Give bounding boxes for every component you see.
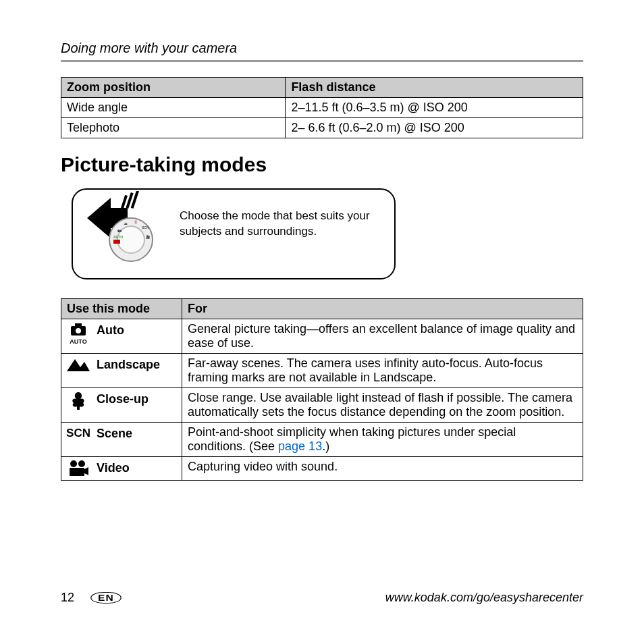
table-row: Wide angle 2–11.5 ft (0.6–3.5 m) @ ISO 2… [61, 98, 583, 118]
svg-point-15 [76, 328, 81, 333]
mode-dial-callout: 📷 ⛰ 🌷 SCN 🎥 AUTO Choose the mode that be… [72, 188, 396, 279]
landscape-icon [65, 356, 91, 373]
desc-text: .) [322, 439, 329, 453]
modes-col-header: Use this mode [61, 299, 182, 319]
svg-rect-18 [77, 404, 80, 410]
page-link[interactable]: page 13 [278, 439, 322, 453]
svg-marker-17 [67, 359, 90, 371]
scn-icon: SCN [65, 425, 91, 440]
modes-table: Use this mode For AUTO Auto General pict… [61, 298, 583, 481]
table-row: Video Capturing video with sound. [61, 457, 583, 481]
svg-text:AUTO: AUTO [113, 235, 123, 239]
svg-point-20 [78, 460, 85, 467]
mode-description: Point-and-shoot simplicity when taking p… [182, 423, 583, 457]
auto-icon: AUTO [65, 322, 91, 345]
svg-rect-11 [113, 240, 120, 244]
divider [61, 60, 583, 62]
cell: Wide angle [61, 98, 286, 118]
mode-label: Auto [97, 322, 178, 338]
flash-col-header: Flash distance [286, 78, 583, 98]
svg-text:🌷: 🌷 [134, 220, 138, 225]
cell: Telephoto [61, 118, 286, 138]
svg-point-19 [70, 460, 77, 467]
svg-rect-14 [75, 323, 82, 327]
mode-label: Video [97, 460, 178, 475]
svg-marker-22 [84, 467, 88, 475]
cell: 2–11.5 ft (0.6–3.5 m) @ ISO 200 [286, 98, 583, 118]
section-header: Doing more with your camera [61, 41, 583, 56]
mode-description: Close range. Use available light instead… [182, 388, 583, 423]
closeup-icon [65, 391, 91, 411]
mode-dial-illustration: 📷 ⛰ 🌷 SCN 🎥 AUTO [84, 191, 165, 269]
table-row: AUTO Auto General picture taking—offers … [61, 319, 583, 354]
svg-point-5 [117, 226, 144, 253]
page-footer: 12 EN www.kodak.com/go/easysharecenter [61, 591, 583, 605]
svg-text:SCN: SCN [142, 225, 149, 230]
table-row: Close-up Close range. Use available ligh… [61, 388, 583, 423]
footer-url: www.kodak.com/go/easysharecenter [119, 591, 583, 605]
desc-text: Point-and-shoot simplicity when taking p… [188, 425, 516, 453]
svg-rect-21 [70, 468, 84, 476]
table-row: SCN Scene Point-and-shoot simplicity whe… [61, 423, 583, 457]
callout-text: Choose the mode that best suits your sub… [180, 199, 381, 240]
svg-text:📷: 📷 [117, 228, 122, 233]
svg-text:⛰: ⛰ [124, 221, 128, 225]
language-badge: EN [90, 592, 122, 603]
mode-label: Scene [97, 425, 178, 441]
zoom-col-header: Zoom position [61, 78, 286, 98]
page-heading: Picture-taking modes [61, 153, 583, 176]
mode-description: Capturing video with sound. [182, 457, 583, 481]
svg-text:🎥: 🎥 [146, 235, 151, 240]
mode-label: Close-up [97, 391, 178, 406]
page-number: 12 [61, 591, 88, 605]
table-row: Telephoto 2– 6.6 ft (0.6–2.0 m) @ ISO 20… [61, 118, 583, 138]
video-icon [65, 460, 91, 477]
mode-description: Far-away scenes. The camera uses infinit… [182, 354, 583, 388]
for-col-header: For [182, 299, 583, 319]
mode-description: General picture taking—offers an excelle… [182, 319, 583, 354]
svg-text:AUTO: AUTO [70, 338, 86, 345]
mode-label: Landscape [97, 356, 178, 372]
cell: 2– 6.6 ft (0.6–2.0 m) @ ISO 200 [286, 118, 583, 138]
zoom-flash-table: Zoom position Flash distance Wide angle … [61, 77, 583, 138]
table-row: Landscape Far-away scenes. The camera us… [61, 354, 583, 388]
